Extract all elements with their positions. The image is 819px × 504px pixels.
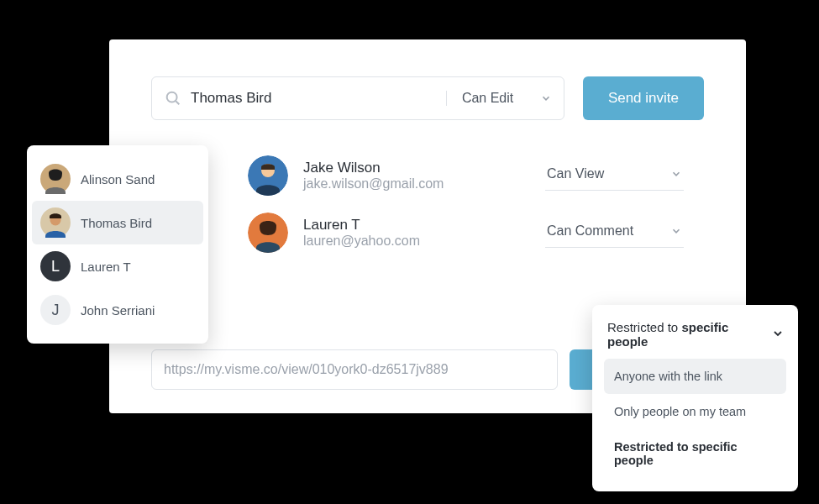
member-row: Lauren T lauren@yahoo.com Can Comment bbox=[248, 213, 684, 253]
invite-search-box: Can Edit bbox=[151, 76, 564, 120]
svg-point-0 bbox=[167, 92, 177, 102]
share-link-input[interactable] bbox=[151, 349, 558, 390]
invite-row: Can Edit Send invite bbox=[151, 76, 704, 120]
avatar-initial: L bbox=[51, 258, 60, 276]
member-permission-select[interactable]: Can View bbox=[545, 161, 684, 191]
member-permission-label: Can View bbox=[547, 166, 604, 181]
member-permission-label: Can Comment bbox=[547, 223, 633, 239]
restriction-option[interactable]: Anyone with the link bbox=[604, 359, 786, 394]
restriction-option[interactable]: Restricted to specific people bbox=[604, 429, 786, 478]
restriction-popover: Restricted to specific people Anyone wit… bbox=[592, 305, 798, 491]
chevron-down-icon bbox=[771, 327, 785, 343]
member-info: Lauren T lauren@yahoo.com bbox=[303, 217, 545, 249]
restriction-option[interactable]: Only people on my team bbox=[604, 394, 786, 429]
avatar bbox=[248, 155, 288, 196]
restriction-prefix: Restricted to bbox=[607, 320, 681, 334]
chevron-down-icon bbox=[670, 225, 682, 237]
suggestion-item[interactable]: L Lauren T bbox=[32, 244, 203, 288]
svg-line-1 bbox=[176, 101, 179, 104]
avatar: J bbox=[40, 295, 71, 325]
avatar bbox=[40, 207, 71, 238]
member-info: Jake Wilson jake.wilson@gmail.com bbox=[303, 160, 545, 192]
member-name: Jake Wilson bbox=[303, 160, 545, 176]
avatar-initial: J bbox=[52, 302, 60, 319]
avatar: L bbox=[40, 251, 71, 281]
send-invite-button[interactable]: Send invite bbox=[583, 76, 704, 120]
invite-permission-select[interactable]: Can Edit bbox=[446, 91, 564, 106]
restriction-header-text: Restricted to specific people bbox=[607, 320, 771, 349]
suggestion-name: Lauren T bbox=[81, 260, 131, 274]
member-row: Jake Wilson jake.wilson@gmail.com Can Vi… bbox=[248, 155, 684, 196]
chevron-down-icon bbox=[540, 92, 552, 104]
members-list: Jake Wilson jake.wilson@gmail.com Can Vi… bbox=[151, 155, 704, 253]
suggestion-name: Thomas Bird bbox=[81, 216, 152, 230]
suggestion-name: John Serriani bbox=[81, 303, 155, 318]
invite-search-input[interactable] bbox=[191, 90, 438, 107]
suggestion-name: Alinson Sand bbox=[81, 172, 155, 186]
member-email: lauren@yahoo.com bbox=[303, 234, 545, 249]
chevron-down-icon bbox=[670, 168, 682, 180]
suggestion-item[interactable]: J John Serriani bbox=[32, 288, 203, 332]
suggestion-item[interactable]: Alinson Sand bbox=[32, 157, 203, 201]
restriction-select[interactable]: Restricted to specific people bbox=[604, 317, 786, 359]
avatar bbox=[40, 164, 71, 194]
search-icon bbox=[164, 89, 182, 108]
suggestion-item[interactable]: Thomas Bird bbox=[32, 201, 203, 244]
avatar bbox=[248, 213, 288, 253]
member-email: jake.wilson@gmail.com bbox=[303, 176, 545, 192]
member-permission-select[interactable]: Can Comment bbox=[545, 218, 684, 248]
search-left bbox=[152, 89, 446, 108]
suggestions-popover: Alinson Sand Thomas Bird L Lauren T J Jo… bbox=[27, 145, 208, 344]
invite-permission-label: Can Edit bbox=[462, 91, 513, 106]
member-name: Lauren T bbox=[303, 217, 545, 234]
